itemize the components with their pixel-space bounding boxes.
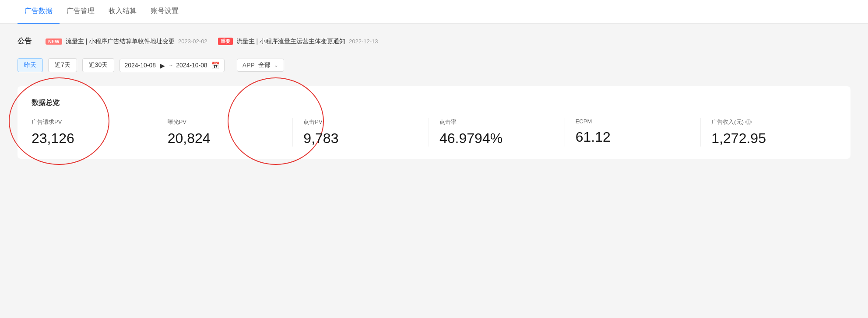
stat-value-ad-revenue: 1,272.95	[711, 130, 826, 147]
nav-item-ad-data[interactable]: 广告数据	[18, 0, 60, 24]
stat-label-ecpm: ECPM	[576, 118, 690, 125]
top-navigation: 广告数据 广告管理 收入结算 账号设置	[0, 0, 868, 24]
stat-value-ad-request-pv: 23,126	[32, 130, 146, 147]
filter-btn-30days[interactable]: 近30天	[82, 58, 115, 72]
stat-item-ecpm: ECPM 61.12	[565, 118, 701, 147]
calendar-icon: 📅	[211, 61, 220, 70]
nav-item-ad-management[interactable]: 广告管理	[60, 0, 102, 24]
badge-new: NEW	[46, 38, 62, 45]
stat-label-ad-request-pv: 广告请求PV	[32, 118, 146, 126]
date-separator: ~	[169, 62, 172, 69]
announcement-label: 公告	[18, 37, 32, 46]
date-range-picker[interactable]: 2024-10-08 ▶ ~ 2024-10-08 📅	[119, 59, 224, 72]
stat-value-ctr: 46.9794%	[439, 130, 554, 147]
announcement-text-2[interactable]: 流量主 | 小程序流量主运营主体变更通知	[236, 38, 345, 45]
stat-value-impression-pv: 20,824	[168, 130, 282, 147]
stat-item-ad-request-pv: 广告请求PV 23,126	[32, 118, 157, 147]
filter-bar: 昨天 近7天 近30天 2024-10-08 ▶ ~ 2024-10-08 📅 …	[18, 58, 850, 72]
date-from: 2024-10-08	[124, 62, 156, 69]
stats-grid: 广告请求PV 23,126 曝光PV 20,824 点击PV 9,783 点击率…	[32, 118, 836, 147]
announcement-bar: 公告 NEW 流量主 | 小程序广告结算单收件地址变更 2023-02-02 重…	[18, 37, 850, 46]
stat-label-ad-revenue: 广告收入(元) ⓘ	[711, 118, 826, 126]
announcement-item-1: NEW 流量主 | 小程序广告结算单收件地址变更 2023-02-02	[46, 38, 207, 45]
stat-label-impression-pv: 曝光PV	[168, 118, 282, 126]
filter-btn-yesterday[interactable]: 昨天	[18, 58, 43, 72]
badge-important: 重要	[218, 38, 233, 45]
section-title: 数据总览	[32, 98, 836, 108]
app-selector-label: APP	[242, 62, 255, 69]
announcement-text-1[interactable]: 流量主 | 小程序广告结算单收件地址变更	[66, 38, 175, 45]
stat-label-click-pv: 点击PV	[303, 118, 418, 126]
stat-item-ctr: 点击率 46.9794%	[429, 118, 565, 147]
data-overview-card: 数据总览 广告请求PV 23,126 曝光PV 20,824 点击PV 9,78…	[18, 86, 850, 159]
cursor-icon: ▶	[160, 62, 165, 68]
filter-btn-7days[interactable]: 近7天	[48, 58, 77, 72]
stat-item-click-pv: 点击PV 9,783	[293, 118, 429, 147]
app-selector[interactable]: APP 全部 ⌄	[237, 59, 284, 72]
stat-item-ad-revenue: 广告收入(元) ⓘ 1,272.95	[701, 118, 836, 147]
stat-value-ecpm: 61.12	[576, 129, 690, 145]
info-icon[interactable]: ⓘ	[745, 119, 752, 125]
chevron-down-icon: ⌄	[274, 62, 278, 68]
main-content: 公告 NEW 流量主 | 小程序广告结算单收件地址变更 2023-02-02 重…	[0, 24, 868, 172]
stat-item-impression-pv: 曝光PV 20,824	[157, 118, 293, 147]
date-to: 2024-10-08	[176, 62, 207, 69]
announcement-item-2: 重要 流量主 | 小程序流量主运营主体变更通知 2022-12-13	[218, 38, 378, 45]
nav-item-account[interactable]: 账号设置	[144, 0, 186, 24]
app-selector-value: 全部	[258, 61, 271, 69]
stat-label-ctr: 点击率	[439, 118, 554, 126]
stat-value-click-pv: 9,783	[303, 130, 418, 147]
announcement-date-2: 2022-12-13	[349, 38, 378, 45]
nav-item-revenue[interactable]: 收入结算	[102, 0, 144, 24]
announcement-date-1: 2023-02-02	[178, 38, 207, 45]
